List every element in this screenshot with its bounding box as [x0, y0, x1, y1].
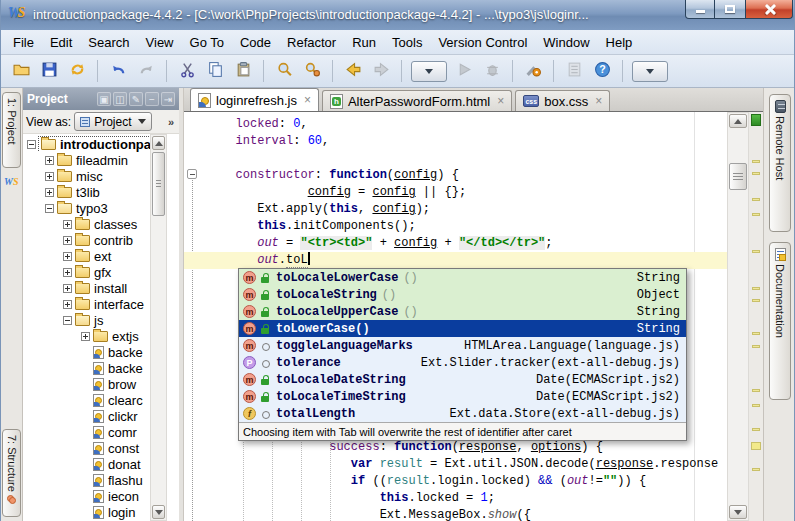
completion-item-toLowerCase[interactable]: mtoLowerCase()String	[239, 320, 686, 337]
completion-item-tolerance[interactable]: PtoleranceExt.Slider.tracker(ext-all-deb…	[239, 354, 686, 371]
tree-item-t3lib[interactable]: t3lib	[23, 184, 168, 200]
tree-item-const[interactable]: const	[23, 440, 168, 456]
run-button[interactable]	[451, 58, 477, 84]
settings-button[interactable]	[520, 58, 546, 84]
completion-item-toLocaleString[interactable]: mtoLocaleString()Object	[239, 286, 686, 303]
completion-item-totalLength[interactable]: ftotalLengthExt.data.Store(ext-all-debug…	[239, 405, 686, 422]
menu-item-go-to[interactable]: Go To	[182, 32, 232, 53]
code-line[interactable]: interval: 60,	[184, 133, 727, 150]
minimize-panel-icon[interactable]: −	[145, 92, 159, 106]
scrollbar-thumb[interactable]	[729, 163, 747, 190]
menu-item-window[interactable]: Window	[535, 32, 597, 53]
toolwindow-tab-structure[interactable]: 7: Structure	[2, 429, 21, 517]
code-line[interactable]: out.toL	[184, 252, 727, 269]
scroll-up-button[interactable]	[729, 114, 747, 128]
menu-item-tools[interactable]: Tools	[384, 32, 430, 53]
warning-marker-icon[interactable]	[752, 160, 760, 163]
tree-item-install[interactable]: install	[23, 280, 168, 296]
toolwindow-tab-project[interactable]: 1: Project	[2, 92, 21, 168]
menu-item-run[interactable]: Run	[344, 32, 384, 53]
code-line[interactable]: var result = Ext.util.JSON.decode(respon…	[184, 456, 727, 473]
editor-tab-box-css[interactable]: cssbox.css×	[515, 90, 610, 111]
plus-expander-icon[interactable]	[63, 236, 72, 245]
warning-marker-icon[interactable]	[752, 299, 760, 302]
menu-item-code[interactable]: Code	[232, 32, 279, 53]
help-button[interactable]: ?	[589, 58, 615, 84]
warning-marker-icon[interactable]	[752, 332, 760, 335]
tree-item-ext[interactable]: ext	[23, 248, 168, 264]
debug-button[interactable]	[479, 58, 505, 84]
plus-expander-icon[interactable]	[45, 188, 54, 197]
tree-item-typo3[interactable]: typo3	[23, 200, 168, 216]
code-line[interactable]	[184, 150, 727, 167]
plus-expander-icon[interactable]	[63, 284, 72, 293]
tree-item-contrib[interactable]: contrib	[23, 232, 168, 248]
project-structure-button[interactable]	[561, 58, 587, 84]
warning-marker-icon[interactable]	[752, 428, 760, 431]
plus-expander-icon[interactable]	[63, 300, 72, 309]
minus-expander-icon[interactable]	[45, 204, 54, 213]
tree-item-login[interactable]: login	[23, 504, 168, 520]
code-line[interactable]: constructor: function(config) {	[184, 167, 727, 184]
settings-pin-icon[interactable]: ✎	[129, 92, 143, 106]
warning-marker-icon[interactable]	[752, 287, 760, 290]
redo-button[interactable]	[133, 58, 159, 84]
tree-item-js[interactable]: js	[23, 312, 168, 328]
tree-item-fileadmin[interactable]: fileadmin	[23, 152, 168, 168]
more-actions-dropdown[interactable]	[632, 61, 668, 82]
copy-button[interactable]	[202, 58, 228, 84]
code-line[interactable]: success: function(response, options) {	[184, 439, 727, 456]
tree-item-backe[interactable]: backe	[23, 360, 168, 376]
toolwindow-tab-remote-host[interactable]: Remote Host	[769, 94, 791, 232]
plus-expander-icon[interactable]	[45, 172, 54, 181]
sync-button[interactable]	[64, 58, 90, 84]
save-button[interactable]	[36, 58, 62, 84]
completion-item-toLocaleDateString[interactable]: mtoLocaleDateStringDate(ECMAScript.js2)	[239, 371, 686, 388]
view-as-dropdown[interactable]: Project	[74, 112, 151, 131]
windows-icon[interactable]: ▣	[97, 92, 111, 106]
forward-button[interactable]	[368, 58, 394, 84]
tree-item-interface[interactable]: interface	[23, 296, 168, 312]
menu-item-edit[interactable]: Edit	[42, 32, 80, 53]
warning-marker-icon[interactable]	[752, 198, 760, 201]
cut-button[interactable]	[174, 58, 200, 84]
project-tree-scrollbar[interactable]	[150, 134, 167, 521]
code-line[interactable]: if ((result.login.locked) && (out!="")) …	[184, 473, 727, 490]
scrollbar-thumb[interactable]	[152, 152, 165, 216]
plus-expander-icon[interactable]	[81, 332, 90, 341]
warning-marker-icon[interactable]	[752, 468, 760, 471]
plus-expander-icon[interactable]	[63, 220, 72, 229]
editor-tab-alterpasswordform-html[interactable]: AlterPasswordForm.html×	[322, 90, 512, 111]
tree-item-classes[interactable]: classes	[23, 216, 168, 232]
warning-marker-icon[interactable]	[752, 345, 760, 348]
code-editor[interactable]: locked: 0, interval: 60, constructor: fu…	[184, 112, 763, 521]
open-button[interactable]	[8, 58, 34, 84]
find-button[interactable]	[271, 58, 297, 84]
warning-marker-icon[interactable]	[752, 250, 760, 253]
toolwindow-tab-documentation[interactable]: Documentation	[769, 242, 791, 400]
menu-item-refactor[interactable]: Refactor	[279, 32, 344, 53]
code-line[interactable]: Ext.apply(this, config);	[184, 201, 727, 218]
minus-expander-icon[interactable]	[27, 140, 36, 149]
menu-item-version-control[interactable]: Version Control	[430, 32, 535, 53]
tree-item-flashu[interactable]: flashu	[23, 472, 168, 488]
maximize-button[interactable]	[715, 0, 745, 19]
menu-item-help[interactable]: Help	[598, 32, 641, 53]
find-in-path-button[interactable]	[299, 58, 325, 84]
tree-item-introductionpac[interactable]: introductionpac	[23, 136, 168, 152]
tree-item-extjs[interactable]: extjs	[23, 328, 168, 344]
tree-item-misc[interactable]: misc	[23, 168, 168, 184]
menu-item-search[interactable]: Search	[80, 32, 137, 53]
editor-tab-loginrefresh-js[interactable]: loginrefresh.js×	[190, 88, 319, 111]
warning-marker-icon[interactable]	[751, 442, 761, 450]
hide-panel-icon[interactable]: ⇥	[161, 92, 175, 106]
warning-marker-icon[interactable]	[752, 213, 760, 216]
warning-marker-icon[interactable]	[752, 389, 760, 392]
tree-item-iecon[interactable]: iecon	[23, 488, 168, 504]
tree-item-gfx[interactable]: gfx	[23, 264, 168, 280]
plus-expander-icon[interactable]	[45, 156, 54, 165]
close-tab-icon[interactable]: ×	[595, 94, 602, 108]
close-button[interactable]	[745, 0, 793, 19]
paste-button[interactable]	[230, 58, 256, 84]
completion-item-toLocaleTimeString[interactable]: mtoLocaleTimeStringDate(ECMAScript.js2)	[239, 388, 686, 405]
